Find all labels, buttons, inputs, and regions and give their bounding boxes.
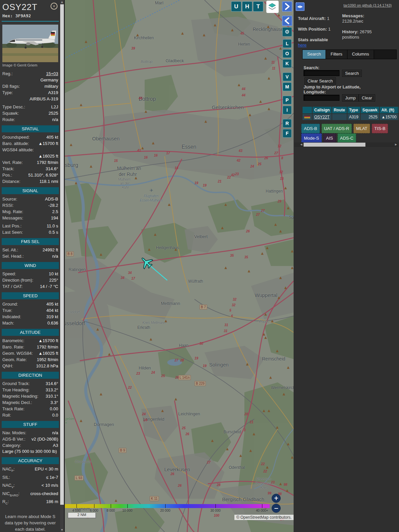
search-input[interactable]: [304, 70, 339, 76]
settings-button[interactable]: ⚙: [282, 27, 292, 37]
source-filter-ads-b[interactable]: ADS-B: [301, 124, 320, 133]
map-city-label: Bottrop: [141, 60, 152, 64]
map-button-f[interactable]: F: [283, 129, 292, 138]
source-filter-tis-b[interactable]: TIS-B: [372, 124, 388, 133]
detail-row: QNH:1012.8 hPa: [2, 363, 58, 369]
map-city-label: der Ruhr: [119, 172, 137, 177]
table-header[interactable]: Squawk: [361, 107, 379, 113]
detail-value: ▲16025 ft: [38, 350, 58, 356]
map[interactable]: ✈ MarlRecklinghausenKirchhellenHertenGla…: [65, 0, 294, 532]
peak-marker-icon: ▲: [80, 103, 82, 106]
detail-label: Distance:: [2, 178, 20, 185]
map-button-v[interactable]: V: [283, 72, 292, 81]
detail-row: ADS-B Ver.:v2 (DO-260B): [2, 436, 58, 442]
map-button-t[interactable]: T: [253, 1, 263, 12]
sidebar-scrollbar[interactable]: ▲ ▼: [60, 0, 64, 532]
aircraft-row[interactable]: OSY22TA3192525▲15700: [303, 114, 399, 120]
scroll-left-icon[interactable]: ◀: [300, 142, 302, 147]
detail-value: L2J: [51, 104, 58, 110]
map-button-p[interactable]: P: [283, 96, 292, 104]
table-scrollbar-thumb[interactable]: [304, 143, 365, 147]
scroll-up-icon[interactable]: ▲: [60, 0, 64, 4]
source-filter-uat-ads-r[interactable]: UAT / ADS-R: [322, 124, 352, 133]
source-filter-ais[interactable]: AIS: [324, 133, 336, 143]
stats-here-link[interactable]: here: [298, 43, 307, 48]
road-badge: B 7: [200, 305, 207, 310]
github-link[interactable]: tar1090 on github (3.14.1743): [343, 3, 392, 7]
motorway-exit-number: 6: [231, 314, 233, 318]
callsign-link[interactable]: OSY22T: [314, 115, 330, 119]
detail-label: Route:: [2, 116, 15, 123]
callsign-cell[interactable]: OSY22T: [313, 114, 332, 120]
clear-jump-button[interactable]: Clear: [359, 94, 375, 101]
map-button-r[interactable]: R: [283, 119, 292, 128]
map-button-i[interactable]: I: [283, 106, 292, 114]
tab-filters[interactable]: Filters: [326, 50, 347, 59]
table-header[interactable]: Callsign: [313, 107, 332, 113]
table-header[interactable]: Route: [332, 107, 347, 113]
scroll-down-icon[interactable]: ▼: [60, 528, 64, 532]
collapse-sidebar-button[interactable]: [282, 16, 292, 26]
motorway-exit-number: 12: [278, 144, 281, 148]
peak-marker-icon: ▲: [269, 376, 272, 379]
zoom-in-button[interactable]: +: [272, 494, 281, 503]
zoom-out-button[interactable]: −: [272, 504, 281, 513]
search-button[interactable]: Search: [342, 70, 362, 77]
map-button-m[interactable]: M: [283, 82, 292, 91]
map-city-label: Mülheim: [118, 178, 131, 181]
map-city-label: Sp: [289, 215, 294, 220]
registration-link[interactable]: 15+03: [46, 70, 58, 77]
peak-marker-icon: ▲: [224, 266, 227, 269]
table-horizontal-scrollbar[interactable]: ◀ ▶: [294, 142, 398, 147]
detail-value: -28.2: [48, 202, 58, 208]
source-filter-ads-c[interactable]: ADS-C: [337, 133, 356, 143]
toggle-panel-button[interactable]: ◀▶: [296, 2, 305, 11]
table-header[interactable]: [303, 107, 312, 113]
peak-marker-icon: ▲: [135, 176, 137, 180]
tab-search[interactable]: Search: [303, 50, 326, 59]
tab-columns[interactable]: Columns: [347, 50, 374, 59]
germany-flag-icon: [304, 115, 310, 118]
motorway-exit-number: 19: [195, 181, 198, 185]
right-panel: ◀▶ tar1090 on github (3.14.1743) Total A…: [294, 0, 399, 532]
detail-value: 0.636: [47, 320, 58, 326]
sidebar-scrollbar-thumb[interactable]: [60, 4, 64, 505]
motorway-exit-number: 24: [142, 412, 146, 416]
source-filter-mlat[interactable]: MLAT: [353, 124, 370, 133]
close-icon[interactable]: ×: [51, 3, 58, 10]
peak-marker-icon: ▲: [165, 319, 167, 323]
table-header[interactable]: Alt. (ft): [380, 107, 398, 113]
stats-column-right: Messages: 2128.2/sec History: 26795 posi…: [342, 13, 395, 40]
squawk-cell: 2525: [361, 114, 379, 120]
map-city-label: an der: [120, 182, 129, 185]
table-header[interactable]: Type: [347, 107, 360, 113]
motorway-exit-number: 15: [114, 159, 118, 163]
motorway-exit-number: 31: [224, 323, 228, 327]
detail-value: cross-checked: [30, 490, 58, 499]
jump-input[interactable]: [304, 95, 339, 101]
history-positions: History: 26795 positions: [342, 29, 395, 40]
map-button-k[interactable]: K: [283, 59, 292, 68]
detail-row: Germany: [2, 77, 58, 83]
map-city-label: Erkrath: [137, 325, 150, 330]
aircraft-photo: [2, 25, 58, 62]
layers-button[interactable]: [266, 1, 279, 13]
peak-marker-icon: ▲: [168, 203, 171, 206]
flag-cell: [303, 114, 312, 120]
scroll-right-icon[interactable]: ▶: [395, 142, 397, 147]
clear-search-button[interactable]: Clear Search: [305, 77, 336, 84]
detail-label: NICBARO:: [2, 490, 20, 499]
detail-label: Direction (from):: [2, 277, 33, 283]
map-button-h[interactable]: H: [242, 1, 252, 12]
detail-row: True:404 kt: [2, 307, 58, 314]
map-city-label: Hilden: [139, 365, 151, 370]
map-city-label: Chorbusch: [75, 460, 91, 464]
detail-row: Mach:0.636: [2, 320, 58, 326]
source-filter-mode-s[interactable]: Mode-S: [301, 133, 322, 143]
expand-sidebar-button[interactable]: [282, 1, 292, 12]
jump-button[interactable]: Jump: [342, 94, 359, 101]
map-button-o[interactable]: O: [283, 49, 292, 58]
detail-value: 2525: [49, 110, 58, 116]
map-button-u[interactable]: U: [231, 1, 241, 12]
map-button-l[interactable]: L: [283, 39, 292, 48]
